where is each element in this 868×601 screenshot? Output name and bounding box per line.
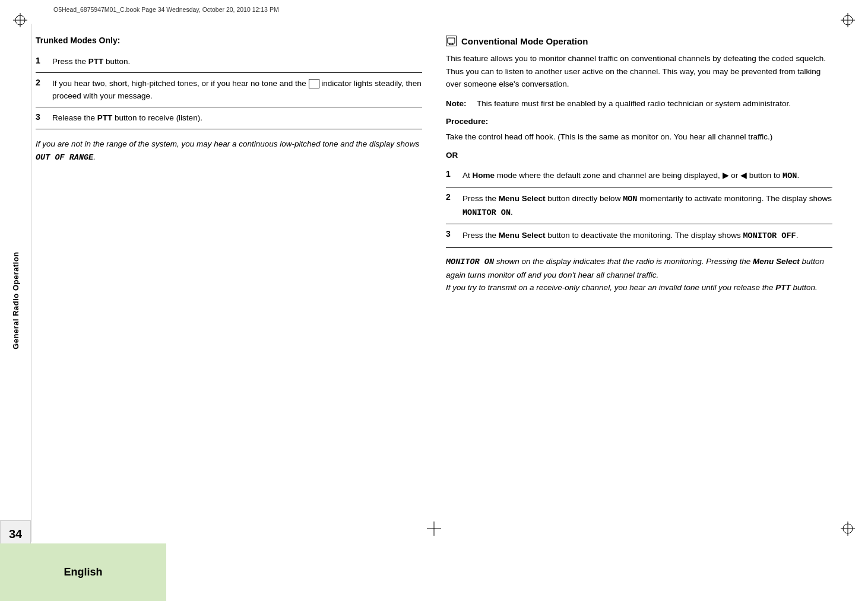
step-text-3: Release the PTT button to receive (liste…: [52, 112, 202, 124]
left-step-1: 1 Press the PTT button.: [36, 51, 422, 73]
intro-para: This feature allows you to monitor chann…: [446, 52, 832, 91]
svg-rect-14: [448, 38, 455, 43]
main-content: Trunked Modes Only: 1 Press the PTT butt…: [36, 24, 832, 542]
right-section-title: Conventional Mode Operation: [461, 36, 588, 46]
step-number-1: 1: [36, 56, 49, 65]
right-step-2: 2 Press the Menu Select button directly …: [446, 187, 832, 224]
right-step-text-1: At Home mode where the default zone and …: [462, 169, 799, 183]
right-step-text-3: Press the Menu Select button to deactiva…: [462, 229, 798, 243]
right-step-3: 3 Press the Menu Select button to deacti…: [446, 224, 832, 248]
note-block: Note: This feature must first be enabled…: [446, 98, 832, 110]
italic-block: If you are not in the range of the syste…: [36, 138, 422, 167]
sidebar-label-text: General Radio Operation: [11, 252, 20, 349]
note-text: This feature must first be enabled by a …: [477, 98, 791, 110]
final-italic-block: MONITOR ON shown on the display indicate…: [446, 255, 832, 298]
left-step-3: 3 Release the PTT button to receive (lis…: [36, 107, 422, 129]
or-separator: OR: [446, 151, 832, 160]
procedure-text: Take the control head off hook. (This is…: [446, 131, 832, 144]
right-step-text-2: Press the Menu Select button directly be…: [462, 192, 832, 219]
section-icon: [446, 36, 457, 46]
left-column: Trunked Modes Only: 1 Press the PTT butt…: [36, 24, 422, 542]
right-step-1: 1 At Home mode where the default zone an…: [446, 164, 832, 188]
crosshair-top-left: [13, 13, 27, 27]
page-number: 34: [9, 527, 22, 541]
english-label-box: English: [0, 543, 166, 601]
left-step-2: 2 If you hear two, short, high-pitched t…: [36, 73, 422, 107]
sidebar-label-container: General Radio Operation: [0, 71, 31, 530]
file-info: O5Head_6875947M01_C.book Page 34 Wednesd…: [53, 6, 279, 13]
step-text-2: If you hear two, short, high-pitched ton…: [52, 78, 422, 102]
crosshair-top-right: [841, 13, 855, 27]
step-number-3: 3: [36, 112, 49, 122]
right-step-number-1: 1: [446, 169, 459, 179]
note-label: Note:: [446, 98, 468, 110]
vertical-rule: [31, 24, 31, 542]
right-step-number-2: 2: [446, 192, 459, 202]
right-section-heading: Conventional Mode Operation: [446, 36, 832, 46]
step-text-1: Press the PTT button.: [52, 56, 130, 68]
procedure-heading: Procedure:: [446, 117, 832, 126]
left-section-title: Trunked Modes Only:: [36, 36, 422, 45]
crosshair-bottom-right: [841, 521, 855, 536]
right-column: Conventional Mode Operation This feature…: [446, 24, 832, 542]
right-step-number-3: 3: [446, 229, 459, 239]
step-number-2: 2: [36, 78, 49, 87]
english-label: English: [64, 566, 102, 578]
